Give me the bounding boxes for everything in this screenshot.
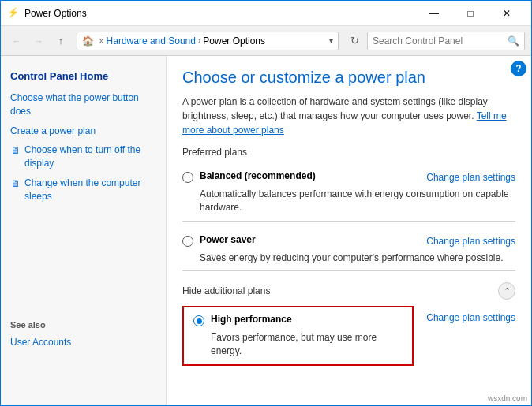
maximize-button[interactable]: □ [452,1,489,26]
sidebar-item-label: Create a power plan [10,125,96,138]
main-layout: Control Panel Home Choose what the power… [1,56,531,405]
content-description: A power plan is a collection of hardware… [182,95,515,137]
power-saver-plan-item: Power saver Change plan settings [182,228,515,250]
high-perf-plan-desc: Favors performance, but may use more ene… [211,331,403,358]
window-title: Power Options [24,8,416,19]
high-perf-plan-left: High performance [193,314,292,326]
up-button[interactable]: ↑ [51,32,70,50]
refresh-button[interactable]: ↻ [345,32,364,50]
content-area: ? Choose or customize a power plan A pow… [167,56,531,405]
power-saver-plan-name: Power saver [200,234,256,245]
sidebar-item-label: Change when the computer sleeps [24,177,156,203]
high-perf-plan-item: High performance [193,314,403,330]
balanced-plan: Balanced (recommended) Change plan setti… [182,164,515,214]
high-perf-radio[interactable] [193,315,204,326]
balanced-plan-desc: Automatically balances performance with … [200,188,515,214]
hide-plans-chevron-icon: ⌃ [498,282,515,300]
minimize-button[interactable]: — [416,1,452,26]
sidebar-item-create-plan[interactable]: Create a power plan [1,121,166,141]
high-perf-plan-name: High performance [211,314,292,325]
sidebar-control-panel-home[interactable]: Control Panel Home [1,65,166,88]
hide-plans-label: Hide additional plans [182,285,270,296]
titlebar-controls: — □ ✕ [416,1,525,26]
power-saver-plan: Power saver Change plan settings Saves e… [182,228,515,265]
high-perf-row: High performance Favors performance, but… [182,306,515,369]
content-title: Choose or customize a power plan [182,69,515,87]
sidebar-item-what-power-button[interactable]: Choose what the power button does [1,88,166,121]
balanced-radio[interactable] [182,172,193,183]
sidebar-item-label: Choose when to turn off the display [24,143,156,170]
high-perf-settings-link[interactable]: Change plan settings [426,312,515,323]
power-saver-settings-link[interactable]: Change plan settings [426,236,515,247]
hide-additional-plans-bar[interactable]: Hide additional plans ⌃ [182,277,515,306]
preferred-plans-label: Preferred plans [182,147,515,158]
navbar: ← → ↑ 🏠 » Hardware and Sound › Power Opt… [1,26,531,56]
breadcrumb-power-options: Power Options [203,35,265,47]
search-input[interactable] [373,35,508,47]
plan-divider-1 [182,221,515,222]
breadcrumb[interactable]: 🏠 » Hardware and Sound › Power Options ▾ [77,32,339,50]
breadcrumb-home-icon: 🏠 [82,35,94,47]
sleep-icon: 🖥 [10,177,20,191]
power-saver-radio[interactable] [182,236,193,247]
plan-divider-2 [182,270,515,271]
display-icon: 🖥 [10,144,20,158]
breadcrumb-sep2: › [198,36,200,45]
forward-button[interactable]: → [29,32,48,50]
watermark: wsxdn.com [488,394,527,403]
sidebar-item-computer-sleeps[interactable]: 🖥 Change when the computer sleeps [1,173,166,207]
sidebar-item-label: User Accounts [10,336,71,349]
balanced-plan-left: Balanced (recommended) [182,170,316,183]
window-icon: ⚡ [7,7,20,20]
back-button[interactable]: ← [7,32,26,50]
sidebar-item-user-accounts[interactable]: User Accounts [1,333,166,352]
balanced-plan-name: Balanced (recommended) [200,170,316,181]
balanced-settings-link[interactable]: Change plan settings [426,172,515,183]
power-saver-plan-left: Power saver [182,234,256,247]
breadcrumb-hardware-sound[interactable]: Hardware and Sound [107,35,196,47]
see-also-title: See also [1,317,166,333]
sidebar: Control Panel Home Choose what the power… [1,56,167,405]
power-saver-plan-desc: Saves energy by reducing your computer's… [200,251,515,265]
help-button[interactable]: ? [511,61,526,76]
sidebar-item-label: Choose what the power button does [10,91,156,118]
sidebar-item-turn-off-display[interactable]: 🖥 Choose when to turn off the display [1,140,166,173]
power-options-window: ⚡ Power Options — □ ✕ ← → ↑ 🏠 » Hardware… [0,0,532,406]
titlebar: ⚡ Power Options — □ ✕ [1,1,531,26]
breadcrumb-chevron-icon: ▾ [329,36,333,45]
balanced-plan-item: Balanced (recommended) Change plan setti… [182,164,515,186]
search-box: 🔍 [367,32,525,50]
high-perf-box: High performance Favors performance, but… [182,306,414,366]
close-button[interactable]: ✕ [489,1,525,26]
breadcrumb-sep1: » [99,36,104,45]
search-icon: 🔍 [508,35,519,47]
